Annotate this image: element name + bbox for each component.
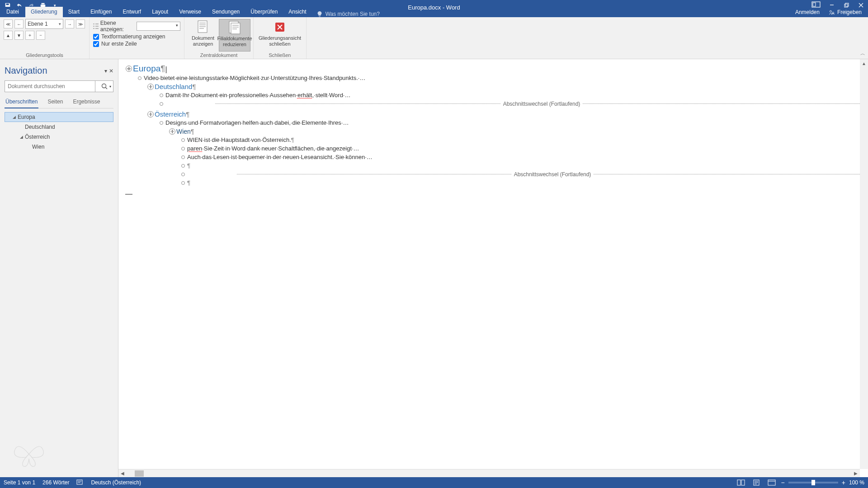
scroll-up-icon[interactable]: ▲ <box>860 59 868 67</box>
ribbon: ≪ ← Ebene 1 → ≫ ▲ ▼ ＋ － Gliederungstools… <box>0 17 868 59</box>
main-area: Navigation ▾ ✕ Überschriften Seiten Erge… <box>0 59 868 477</box>
nav-pane-options-icon[interactable]: ▾ <box>104 68 107 74</box>
nav-tab-pages[interactable]: Seiten <box>47 97 64 108</box>
zoom-slider[interactable] <box>788 482 838 483</box>
promote-button[interactable]: ← <box>14 19 24 28</box>
show-level-icon <box>93 23 99 29</box>
tab-mailings[interactable]: Sendungen <box>207 7 245 17</box>
tree-item-wien[interactable]: Wien <box>5 142 113 152</box>
close-outline-icon <box>273 20 287 34</box>
tab-review[interactable]: Überprüfen <box>245 7 283 17</box>
svg-rect-17 <box>741 480 745 485</box>
outline-body-icon <box>179 138 187 142</box>
collapse-button[interactable]: － <box>36 31 45 40</box>
heading-deutschland[interactable]: Deutschland¶ <box>155 83 196 90</box>
scroll-right-icon[interactable]: ▶ <box>852 469 860 478</box>
navigation-pane: Navigation ▾ ✕ Überschriften Seiten Erge… <box>0 59 118 477</box>
body-text[interactable]: Auch·das·Lesen·ist·bequemer·in·der·neuen… <box>187 154 373 160</box>
headings-tree: ◢Europa Deutschland ◢Österreich Wien <box>5 112 113 152</box>
outline-body-icon <box>157 94 165 97</box>
empty-paragraph[interactable]: ¶ <box>187 179 190 186</box>
zoom-out-button[interactable]: − <box>781 479 785 486</box>
tab-outline[interactable]: Gliederung <box>25 7 63 17</box>
demote-to-body-button[interactable]: ≫ <box>76 19 85 28</box>
view-read-mode-button[interactable] <box>735 478 747 487</box>
heading-wien[interactable]: Wien¶ <box>176 128 194 135</box>
tree-label: Österreich <box>24 134 50 140</box>
tab-view[interactable]: Ansicht <box>283 7 311 17</box>
scroll-thumb[interactable] <box>135 470 144 477</box>
body-text[interactable]: Video·bietet·eine·leistungsstarke·Möglic… <box>144 75 365 81</box>
tree-item-deutschland[interactable]: Deutschland <box>5 122 113 132</box>
butterfly-watermark-icon <box>11 438 47 470</box>
collapse-subdocs-label: Filialdokumente reduzieren <box>217 36 252 47</box>
lightbulb-icon <box>316 11 323 17</box>
nav-tab-headings[interactable]: Überschriften <box>5 97 38 108</box>
body-text[interactable]: WIEN·ist·die·Hauptstadt·von·Österreich.¶ <box>187 136 294 143</box>
nav-tab-results[interactable]: Ergebnisse <box>72 97 101 108</box>
tree-item-oesterreich[interactable]: ◢Österreich <box>5 132 113 142</box>
share-button[interactable]: Freigeben <box>824 7 866 17</box>
status-bar: Seite 1 von 1 266 Wörter Deutsch (Österr… <box>0 477 868 488</box>
svg-rect-4 <box>845 3 849 6</box>
tab-file[interactable]: Datei <box>0 7 25 17</box>
search-button[interactable] <box>95 81 113 92</box>
zoom-level[interactable]: 100 % <box>849 479 864 486</box>
vertical-scrollbar[interactable]: ▲ <box>860 59 868 469</box>
empty-paragraph[interactable]: ¶ <box>187 162 190 169</box>
outline-expand-icon[interactable] <box>146 111 155 117</box>
show-document-label: Dokument anzeigen <box>189 35 217 47</box>
tell-me-search[interactable]: Was möchten Sie tun? <box>312 11 384 17</box>
body-text[interactable]: paren·Sie·Zeit·in·Word·dank·neuer·Schalt… <box>187 145 359 152</box>
chevron-down-icon[interactable]: ◢ <box>19 135 24 139</box>
share-label: Freigeben <box>837 9 862 15</box>
collapse-subdocs-button[interactable]: Filialdokumente reduzieren <box>219 19 250 52</box>
section-break-marker: Abschnittswechsel (Fortlaufend) <box>215 101 868 107</box>
body-text[interactable]: Damit·Ihr·Dokument·ein·professionelles·A… <box>165 92 350 99</box>
zoom-in-button[interactable]: + <box>842 479 845 486</box>
tree-label: Deutschland <box>24 124 55 130</box>
promote-to-h1-button[interactable]: ≪ <box>4 19 13 28</box>
only-first-line-checkbox[interactable]: Nur erste Zeile <box>93 41 180 47</box>
demote-button[interactable]: → <box>65 19 74 28</box>
move-down-button[interactable]: ▼ <box>14 31 24 40</box>
show-text-formatting-checkbox[interactable]: Textformatierung anzeigen <box>93 33 180 40</box>
outline-body-icon <box>179 155 187 159</box>
outline-content[interactable]: Europa¶ Video·bietet·eine·leistungsstark… <box>118 59 868 198</box>
status-language[interactable]: Deutsch (Österreich) <box>91 479 141 486</box>
tab-insert[interactable]: Einfügen <box>85 7 117 17</box>
tab-start[interactable]: Start <box>63 7 85 17</box>
collapse-ribbon-button[interactable]: ︿ <box>860 50 865 57</box>
tab-references[interactable]: Verweise <box>174 7 207 17</box>
outline-expand-icon[interactable] <box>125 66 133 72</box>
tab-layout[interactable]: Layout <box>146 7 174 17</box>
view-print-layout-button[interactable] <box>750 478 762 487</box>
chevron-down-icon[interactable]: ◢ <box>11 115 17 119</box>
show-document-button[interactable]: Dokument anzeigen <box>187 19 219 52</box>
view-web-layout-button[interactable] <box>766 478 778 487</box>
show-level-combo[interactable] <box>137 22 180 31</box>
horizontal-scrollbar[interactable]: ◀ ▶ <box>118 469 860 477</box>
outline-expand-icon[interactable] <box>146 84 155 90</box>
document-icon <box>196 20 210 34</box>
status-word-count[interactable]: 266 Wörter <box>42 479 69 486</box>
search-input[interactable] <box>5 81 95 92</box>
outline-level-combo[interactable]: Ebene 1 <box>25 19 63 29</box>
sign-in-button[interactable]: Anmelden <box>791 7 824 17</box>
move-up-button[interactable]: ▲ <box>4 31 13 40</box>
status-proofing-icon[interactable] <box>76 479 84 487</box>
scroll-left-icon[interactable]: ◀ <box>118 469 127 478</box>
body-text[interactable]: Designs·und·Formatvorlagen·helfen·auch·d… <box>165 119 349 126</box>
outline-body-icon <box>136 76 144 80</box>
tree-item-europa[interactable]: ◢Europa <box>5 112 113 122</box>
heading-oesterreich[interactable]: Österreich¶ <box>155 110 189 118</box>
close-outline-button[interactable]: Gliederungsansicht schließen <box>258 19 302 48</box>
nav-pane-close-icon[interactable]: ✕ <box>109 68 113 74</box>
nav-search-box[interactable] <box>5 80 113 92</box>
heading-europa[interactable]: Europa¶ <box>133 64 166 74</box>
outline-expand-icon[interactable] <box>168 128 176 135</box>
expand-button[interactable]: ＋ <box>25 31 34 40</box>
ribbon-group-master-doc: Dokument anzeigen Filialdokumente reduzi… <box>184 17 254 59</box>
tab-draw[interactable]: Entwurf <box>117 7 146 17</box>
status-page[interactable]: Seite 1 von 1 <box>4 479 35 486</box>
